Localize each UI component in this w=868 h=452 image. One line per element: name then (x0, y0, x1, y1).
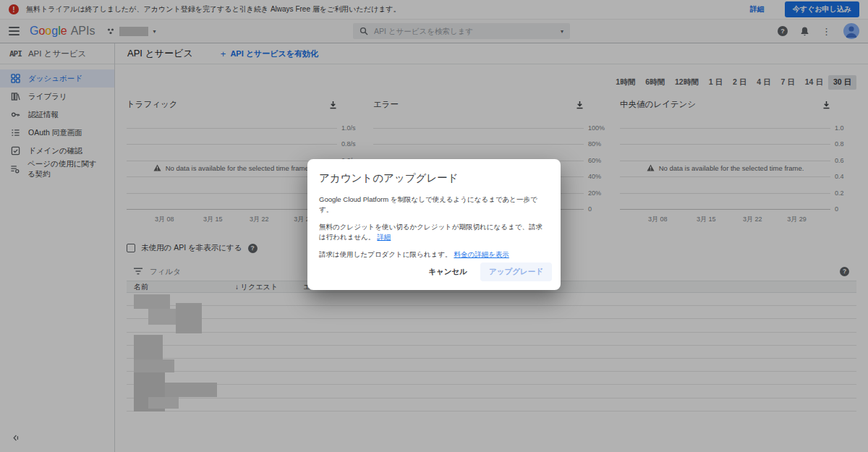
dialog-text: Google Cloud Platform を制限なしで使えるようになるまであと… (319, 195, 537, 213)
dialog-text: 無料のクレジットを使い切るかクレジットが期限切れになるまで、請求は行われません。 (319, 223, 542, 241)
gcp-console-page: 無料トライアルは終了しましたが、アカウント登録を完了すると引き続き Always… (0, 0, 868, 452)
details-link[interactable]: 詳細 (377, 233, 391, 241)
dialog-paragraph: 無料のクレジットを使い切るかクレジットが期限切れになるまで、請求は行われません。… (319, 222, 549, 242)
dialog-text: 請求は使用したプロダクトに限られます。 (319, 250, 451, 258)
pricing-details-link[interactable]: 料金の詳細を表示 (454, 250, 509, 258)
dialog-title: アカウントのアップグレード (319, 171, 549, 185)
upgrade-button[interactable]: アップグレード (480, 263, 552, 281)
cancel-button[interactable]: キャンセル (421, 263, 475, 281)
dialog-actions: キャンセル アップグレード (421, 263, 552, 281)
dialog-paragraph: 請求は使用したプロダクトに限られます。料金の詳細を表示 (319, 250, 549, 260)
upgrade-account-dialog: アカウントのアップグレード Google Cloud Platform を制限な… (307, 159, 561, 290)
dialog-paragraph: Google Cloud Platform を制限なしで使えるようになるまであと… (319, 195, 549, 215)
